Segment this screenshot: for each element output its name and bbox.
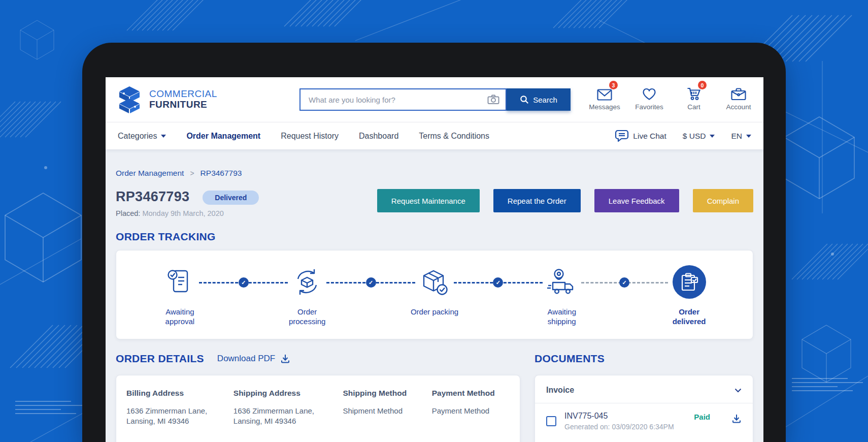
truck-pin-icon <box>546 267 578 297</box>
download-pdf-link[interactable]: Download PDF <box>217 354 290 364</box>
cart-icon <box>687 87 701 101</box>
chat-icon <box>615 130 629 143</box>
status-badge: Delivered <box>203 191 259 205</box>
briefcase-icon <box>731 87 746 101</box>
box-check-icon <box>419 267 450 297</box>
placed-value: Monday 9th March, 2020 <box>142 209 223 217</box>
caret-down-icon <box>746 135 751 138</box>
complain-button[interactable]: Complain <box>693 189 753 212</box>
order-details-section: ORDER DETAILS Download PDF <box>116 353 520 442</box>
download-pdf-label: Download PDF <box>217 354 275 364</box>
logo-cubes-icon <box>117 85 142 114</box>
order-tracking-heading: ORDER TRACKING <box>116 231 753 243</box>
search-input[interactable] <box>309 96 487 104</box>
messages-label: Messages <box>589 103 620 111</box>
shipping-method-header: Shipping Method <box>343 389 424 398</box>
main-nav: Categories Order Management Request Hist… <box>106 122 763 149</box>
nav-terms[interactable]: Terms & Conditions <box>419 132 489 141</box>
nav-request-history[interactable]: Request History <box>281 132 339 141</box>
invoice-checkbox[interactable] <box>546 416 556 426</box>
nav-order-management[interactable]: Order Management <box>186 132 260 141</box>
breadcrumb-parent[interactable]: Order Management <box>116 169 184 178</box>
currency-selector[interactable]: $ USD <box>683 132 715 141</box>
documents-section: DOCUMENTS Invoice INV775-045 Generated o… <box>535 353 753 442</box>
live-chat-button[interactable]: Live Chat <box>615 130 666 143</box>
breadcrumb-separator: > <box>190 169 194 177</box>
search-button[interactable]: Search <box>507 88 571 111</box>
heart-icon <box>642 88 656 101</box>
messages-badge: 3 <box>609 81 618 89</box>
page-title: RP3467793 <box>116 189 189 205</box>
site-header: COMMERCIAL FURNITURE <box>106 77 763 122</box>
logo-line1: COMMERCIAL <box>149 89 217 100</box>
account-label: Account <box>726 103 751 111</box>
header-actions: 3 Messages Favorites <box>589 84 754 111</box>
invoice-download-button[interactable] <box>731 414 742 424</box>
billing-address-value: 1636 Zimmerman Lane, Lansing, MI 49346 <box>126 406 218 427</box>
box-sync-icon <box>292 267 322 297</box>
app-screen: COMMERCIAL FURNITURE <box>106 77 763 442</box>
order-tracking-card: ✓ ✓ ✓ ✓ Awaiting approval Order processi… <box>116 250 753 339</box>
leave-feedback-button[interactable]: Leave Feedback <box>594 189 679 212</box>
nav-dashboard[interactable]: Dashboard <box>359 132 398 141</box>
clipboard-check-icon <box>680 272 698 292</box>
invoice-group-label: Invoice <box>546 386 574 395</box>
tracking-connector: ✓ <box>581 282 668 283</box>
payment-method-header: Payment Method <box>432 389 510 398</box>
search-bar: Search <box>299 88 571 111</box>
favorites-button[interactable]: Favorites <box>633 84 665 111</box>
invoice-generated: Generated on: 03/09/2020 6:34PM <box>564 423 686 431</box>
check-circle-icon: ✓ <box>493 277 503 288</box>
check-circle-icon: ✓ <box>619 277 629 288</box>
order-actions: Request Maintenance Repeat the Order Lea… <box>377 189 753 212</box>
step-label: Awaiting approval <box>152 307 208 327</box>
payment-method-value: Payment Method <box>432 406 510 416</box>
breadcrumb: Order Management > RP3467793 <box>116 149 753 178</box>
document-check-icon <box>164 267 195 297</box>
breadcrumb-current: RP3467793 <box>201 169 242 178</box>
order-details-card: Billing Address 1636 Zimmerman Lane, Lan… <box>116 375 520 442</box>
placed-label: Placed: <box>116 209 140 217</box>
nav-dashboard-label: Dashboard <box>359 132 398 141</box>
invoice-row: INV775-045 Generated on: 03/09/2020 6:34… <box>535 403 753 431</box>
search-button-label: Search <box>533 96 557 104</box>
download-icon <box>280 354 290 364</box>
order-details-heading: ORDER DETAILS <box>116 353 204 365</box>
logo[interactable]: COMMERCIAL FURNITURE <box>117 85 217 114</box>
request-maintenance-button[interactable]: Request Maintenance <box>377 189 480 212</box>
page-content: Order Management > RP3467793 RP3467793 D… <box>106 149 763 442</box>
invoice-status: Paid <box>694 413 710 421</box>
cart-badge: 0 <box>698 81 707 89</box>
language-selector[interactable]: EN <box>731 132 751 141</box>
delivered-circle <box>673 265 706 299</box>
camera-icon[interactable] <box>487 94 499 105</box>
tracking-connector: ✓ <box>199 282 288 283</box>
caret-down-icon <box>710 135 715 138</box>
step-label: Order processing <box>279 307 335 327</box>
download-icon <box>731 414 742 424</box>
tracking-connector: ✓ <box>454 282 543 283</box>
messages-button[interactable]: 3 Messages <box>589 84 620 111</box>
nav-categories[interactable]: Categories <box>118 132 166 141</box>
caret-down-icon <box>161 135 166 138</box>
account-button[interactable]: Account <box>723 84 754 111</box>
language-label: EN <box>731 132 742 141</box>
nav-order-management-label: Order Management <box>186 132 260 141</box>
nav-categories-label: Categories <box>118 132 157 141</box>
search-icon <box>520 95 529 104</box>
tracking-connector: ✓ <box>326 282 415 283</box>
favorites-label: Favorites <box>635 103 663 111</box>
cart-button[interactable]: 0 Cart <box>678 84 710 111</box>
repeat-order-button[interactable]: Repeat the Order <box>493 189 581 212</box>
billing-address-header: Billing Address <box>126 389 226 398</box>
step-label: Order delivered <box>661 307 717 327</box>
documents-heading: DOCUMENTS <box>535 353 753 365</box>
check-circle-icon: ✓ <box>366 277 376 288</box>
live-chat-label: Live Chat <box>633 132 666 141</box>
logo-line2: FURNITURE <box>149 100 217 110</box>
order-title-block: RP3467793 Delivered Placed: Monday 9th M… <box>116 189 259 217</box>
step-label: Awaiting shipping <box>534 307 590 327</box>
invoice-accordion[interactable]: Invoice <box>535 375 753 403</box>
step-label: Order packing <box>411 307 458 327</box>
envelope-icon <box>597 89 612 101</box>
